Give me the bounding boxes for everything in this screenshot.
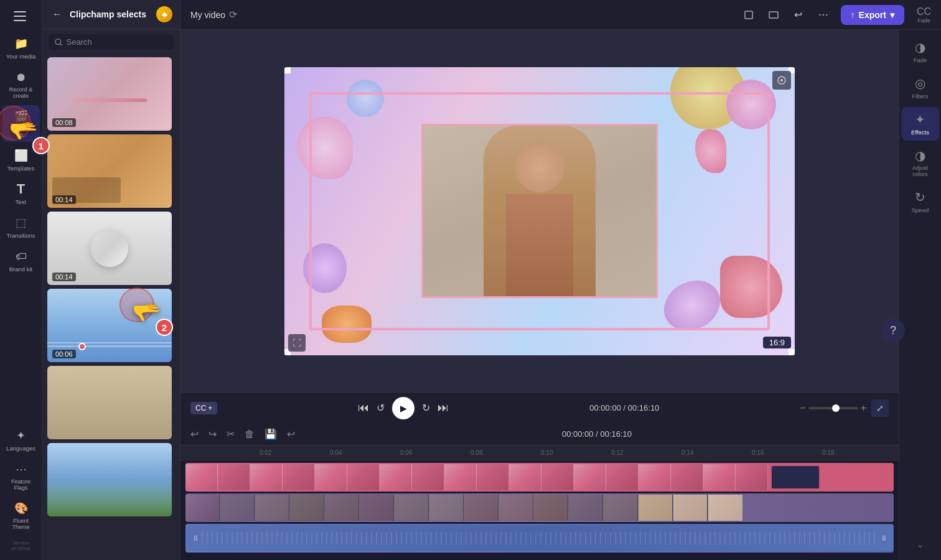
sidebar-item-content-library[interactable]: 🎬 Contentlib. xyxy=(2,105,40,142)
video-duration-2: 00:14 xyxy=(52,195,76,204)
ruler-mark-3: 0:06 xyxy=(399,449,469,456)
video-frame-1 xyxy=(185,495,220,521)
canvas-settings-button[interactable] xyxy=(772,71,791,90)
forward-5s-button[interactable]: ↻ xyxy=(422,402,430,414)
right-panel-effects[interactable]: ✦ Effects xyxy=(902,107,939,141)
video-grid: 00:08 00:14 00:14 ⋯ 00:06 xyxy=(42,55,180,560)
fade-icon: ◑ xyxy=(915,40,925,55)
ratio-tool-button[interactable] xyxy=(764,5,784,25)
aspect-ratio-badge[interactable]: 16:9 xyxy=(763,337,791,348)
video-thumb-6[interactable] xyxy=(47,443,172,516)
deco-purple-ball xyxy=(303,243,347,293)
canvas-playback-area: ⛶ 16:9 ? CC + ⏮ ↺ ▶ xyxy=(180,30,941,560)
pink-frame-10 xyxy=(477,464,509,490)
pink-frame-18 xyxy=(736,464,768,490)
play-pause-button[interactable]: ▶ xyxy=(392,397,414,419)
undo-timeline-button[interactable]: ↩ xyxy=(188,426,201,442)
zoom-slider[interactable] xyxy=(808,407,858,409)
right-panel-fade[interactable]: ◑ Fade xyxy=(902,35,939,68)
brand-kit-icon: 🏷 xyxy=(14,249,29,264)
canvas-frame[interactable]: ⛶ 16:9 xyxy=(284,67,795,355)
video-duration-3: 00:14 xyxy=(52,273,76,281)
timeline-toolbar: ↩ ↪ ✂ 🗑 💾 ↩ 00:00:00 / 00:16:10 xyxy=(180,423,899,446)
right-panel-filters[interactable]: ◎ Filters xyxy=(902,71,939,105)
sidebar-item-templates[interactable]: ⬜ Templates xyxy=(2,144,40,175)
video-frame-13 xyxy=(604,495,638,521)
cc-button[interactable]: CC + xyxy=(190,402,217,414)
top-bar: My video ⟳ ↩ ⋯ ↑ Export ▾ CC Fade xyxy=(180,0,941,30)
pink-frame-15 xyxy=(639,464,671,490)
text-icon: T xyxy=(14,182,29,197)
canvas-column: ⛶ 16:9 ? CC + ⏮ ↺ ▶ xyxy=(180,30,899,560)
back-button[interactable]: ← xyxy=(50,7,65,22)
crop-tool-button[interactable] xyxy=(739,5,759,25)
audio-waveform xyxy=(202,532,878,544)
fluent-theme-icon: 🎨 xyxy=(14,501,29,516)
sidebar-item-languages[interactable]: ✦ Languages xyxy=(2,424,40,455)
video-duration-4: 00:06 xyxy=(52,350,76,358)
video-inset-content xyxy=(423,126,656,296)
right-panel-adjust-colors[interactable]: ◑ Adjust colors xyxy=(902,143,939,182)
media-panel-header: ← Clipchamp selects ◆ xyxy=(42,0,180,29)
video-thumb-5[interactable] xyxy=(47,366,172,439)
save-button[interactable]: 💾 xyxy=(262,426,279,442)
video-track[interactable] xyxy=(185,493,894,522)
fullscreen-button[interactable]: ⛶ xyxy=(288,334,306,352)
playback-right: − + ⤢ xyxy=(800,399,889,417)
overlay-track[interactable] xyxy=(185,463,894,492)
cc-icon: CC xyxy=(195,404,206,413)
export-button[interactable]: ↑ Export ▾ xyxy=(841,5,904,25)
more-options-button[interactable]: ⋯ xyxy=(813,5,833,25)
sidebar-item-brand-kit[interactable]: 🏷 Brand kit xyxy=(2,245,40,276)
zoom-out-button[interactable]: − xyxy=(800,403,805,414)
zoom-controls: − + xyxy=(800,403,866,414)
right-panel-collapse-button[interactable]: ⌄ xyxy=(916,538,924,550)
right-panel: ◑ Fade ◎ Filters ✦ Effects ◑ Adjust colo… xyxy=(899,30,941,560)
captions-icon: CC xyxy=(917,6,931,17)
ruler-mark-4: 0:08 xyxy=(469,449,540,456)
sidebar-item-feature-flags[interactable]: ⋯ FeatureFlags xyxy=(2,458,40,495)
adjust-colors-icon: ◑ xyxy=(915,148,925,163)
help-button[interactable]: ? xyxy=(881,319,905,342)
hamburger-button[interactable] xyxy=(10,5,32,27)
skip-start-button[interactable]: ⏮ xyxy=(358,401,369,414)
video-thumb-1[interactable]: 00:08 xyxy=(47,57,172,131)
sidebar-item-record-create[interactable]: ⏺ Record & create xyxy=(2,66,40,103)
audio-track[interactable]: ⏸ ⏸ xyxy=(185,524,894,553)
right-panel-speed[interactable]: ↻ Speed xyxy=(902,185,939,218)
pink-inset-clip xyxy=(770,465,820,490)
delete-button[interactable]: 🗑 xyxy=(242,426,257,442)
audio-pause-icon: ⏸ xyxy=(192,534,199,543)
video-frame-12 xyxy=(569,495,603,521)
cut-button[interactable]: ✂ xyxy=(224,426,237,442)
video-thumb-2[interactable]: 00:14 xyxy=(47,134,172,208)
export-icon: ↑ xyxy=(851,10,855,20)
skip-end-button[interactable]: ⏭ xyxy=(438,401,449,414)
languages-icon: ✦ xyxy=(14,428,29,443)
redo-timeline-button[interactable]: ↪ xyxy=(206,426,219,442)
pink-frame-3 xyxy=(250,464,283,490)
video-thumb-3[interactable]: 00:14 xyxy=(47,212,172,285)
rewind-5s-button[interactable]: ↺ xyxy=(377,402,385,414)
back-timeline-button[interactable]: ↩ xyxy=(284,426,297,442)
sidebar-item-your-media[interactable]: 📁 Your media xyxy=(2,32,40,63)
zoom-in-button[interactable]: + xyxy=(861,403,866,414)
search-input[interactable] xyxy=(67,37,167,47)
audio-end-icon: ⏸ xyxy=(880,534,887,543)
audio-track-content: ⏸ ⏸ xyxy=(187,525,892,551)
video-thumb-4[interactable]: ⋯ 00:06 Add to timeline xyxy=(47,289,172,362)
expand-timeline-button[interactable]: ⤢ xyxy=(871,399,889,417)
zoom-slider-thumb[interactable] xyxy=(832,404,840,412)
video-frame-2 xyxy=(220,495,255,521)
sidebar-item-text[interactable]: T Text xyxy=(2,178,40,209)
pink-frame-11 xyxy=(509,464,541,490)
toolbar-icons: ↩ ⋯ xyxy=(739,5,833,25)
ruler-mark-6: 0:12 xyxy=(610,449,680,456)
sidebar-item-fluent-theme[interactable]: 🎨 Fluent Theme xyxy=(2,497,40,534)
undo-button[interactable]: ↩ xyxy=(789,5,808,25)
timeline-area: ↩ ↪ ✂ 🗑 💾 ↩ 00:00:00 / 00:16:10 0:02 0:0… xyxy=(180,423,899,560)
person-video xyxy=(423,126,656,296)
sidebar-item-transitions[interactable]: ⬚ Transitions xyxy=(2,212,40,243)
filters-label: Filters xyxy=(912,93,929,100)
pink-frame-16 xyxy=(671,464,703,490)
